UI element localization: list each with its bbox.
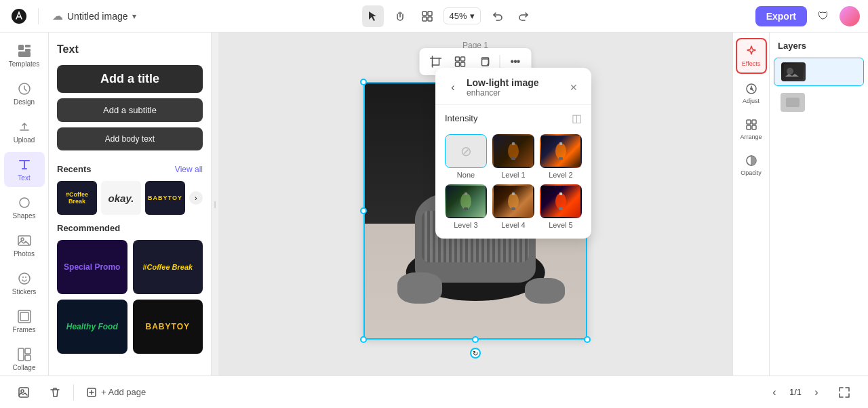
zoom-value: 45% bbox=[450, 11, 467, 21]
select-tool[interactable] bbox=[362, 5, 384, 27]
effect-level5[interactable]: Level 5 bbox=[540, 184, 582, 229]
sidebar-item-templates[interactable]: Templates bbox=[4, 38, 45, 73]
topbar-center-tools: 45% ▾ bbox=[147, 5, 750, 27]
right-tool-opacity[interactable]: Opacity bbox=[736, 148, 767, 182]
recents-next-button[interactable]: › bbox=[189, 191, 203, 205]
effect-level1-label: Level 1 bbox=[501, 171, 525, 179]
sidebar-item-shapes[interactable]: Shapes bbox=[4, 190, 45, 225]
rec-item-special-promo[interactable]: Special Promo bbox=[57, 240, 127, 294]
svg-point-13 bbox=[22, 277, 24, 278]
cat-paw-right bbox=[525, 278, 565, 304]
layers-panel: Layers bbox=[769, 33, 868, 375]
delete-button[interactable] bbox=[42, 382, 68, 403]
next-page-button[interactable]: › bbox=[807, 383, 826, 402]
effects-header: ‹ Low-light image enhancer ✕ bbox=[435, 68, 591, 105]
svg-rect-45 bbox=[747, 125, 751, 129]
sidebar-item-stickers[interactable]: Stickers bbox=[4, 266, 45, 301]
text-panel: Text Add a title Add a subtitle Add body… bbox=[49, 33, 212, 375]
hand-tool[interactable] bbox=[389, 5, 411, 27]
svg-rect-3 bbox=[422, 17, 427, 21]
handle-top-left[interactable] bbox=[360, 79, 367, 85]
right-tool-adjust[interactable]: Adjust bbox=[736, 77, 767, 110]
effect-level2-thumb bbox=[540, 134, 582, 168]
svg-point-12 bbox=[19, 273, 30, 284]
effect-level5-thumb bbox=[540, 184, 582, 218]
export-button[interactable]: Export bbox=[755, 6, 807, 26]
effect-level4-thumb bbox=[492, 184, 534, 218]
layer-item-1[interactable] bbox=[774, 58, 864, 86]
add-title-button[interactable]: Add a title bbox=[57, 65, 203, 93]
effect-level1[interactable]: Level 1 bbox=[492, 134, 534, 179]
svg-point-35 bbox=[508, 193, 519, 209]
frame-tool[interactable] bbox=[416, 5, 438, 27]
right-tool-effects[interactable]: Effects bbox=[736, 38, 767, 74]
rec-item-healthy-food[interactable]: Healthy Food bbox=[57, 300, 127, 354]
intensity-label: Intensity bbox=[445, 113, 477, 123]
panel-collapse-handle[interactable]: | bbox=[212, 33, 218, 375]
effect-level2[interactable]: Level 2 bbox=[540, 134, 582, 179]
right-tool-arrange[interactable]: Arrange bbox=[736, 113, 767, 146]
arrange-icon bbox=[745, 118, 758, 131]
photos-icon bbox=[17, 233, 32, 248]
expand-button[interactable] bbox=[831, 382, 857, 403]
rec-item-coffee-break[interactable]: #Coffee Break bbox=[133, 240, 203, 294]
effects-close-button[interactable]: ✕ bbox=[566, 79, 582, 96]
sidebar-item-upload[interactable]: Upload bbox=[4, 114, 45, 149]
sidebar-item-text[interactable]: Text bbox=[4, 152, 45, 187]
svg-rect-6 bbox=[25, 45, 31, 47]
svg-rect-17 bbox=[18, 348, 24, 361]
svg-rect-22 bbox=[461, 57, 465, 61]
thumbnail-icon bbox=[18, 386, 30, 399]
rotation-handle[interactable]: ↻ bbox=[470, 348, 481, 359]
svg-rect-5 bbox=[18, 45, 24, 50]
layer-item-2[interactable] bbox=[774, 89, 864, 116]
sidebar-item-upload-label: Upload bbox=[14, 136, 35, 144]
add-subtitle-button[interactable]: Add a subtitle bbox=[57, 98, 203, 122]
shield-button[interactable]: 🛡 bbox=[812, 5, 834, 27]
avatar[interactable] bbox=[840, 6, 860, 26]
effects-panel: ‹ Low-light image enhancer ✕ Intensity ◫… bbox=[435, 68, 591, 239]
svg-rect-30 bbox=[559, 142, 562, 145]
handle-bottom-center[interactable] bbox=[472, 336, 479, 343]
zoom-control[interactable]: 45% ▾ bbox=[443, 7, 481, 24]
view-all-button[interactable]: View all bbox=[175, 165, 203, 174]
recent-item-coffee[interactable]: #Coffee Break bbox=[57, 181, 97, 215]
svg-rect-28 bbox=[511, 157, 515, 160]
file-menu[interactable]: ☁ Untitled image ▾ bbox=[47, 7, 142, 25]
effect-level3[interactable]: Level 3 bbox=[445, 184, 487, 229]
handle-bottom-left[interactable] bbox=[360, 336, 367, 343]
cloud-icon: ☁ bbox=[52, 9, 63, 22]
svg-point-49 bbox=[787, 68, 793, 75]
effects-title: Low-light image bbox=[467, 77, 560, 88]
recent-item-okay[interactable]: okay. bbox=[101, 181, 141, 215]
recents-label: Recents bbox=[57, 164, 92, 174]
right-tools: Effects Adjust Arrange Opacity bbox=[732, 33, 769, 375]
thumbnail-button[interactable] bbox=[11, 382, 37, 403]
effect-none[interactable]: ⊘ None bbox=[445, 134, 487, 179]
effects-back-button[interactable]: ‹ bbox=[445, 79, 461, 96]
sidebar-item-frames[interactable]: Frames bbox=[4, 304, 45, 339]
logo[interactable] bbox=[8, 5, 30, 27]
add-body-button[interactable]: Add body text bbox=[57, 127, 203, 150]
bottom-bar: + Add page ‹ 1/1 › bbox=[0, 375, 868, 408]
undo-button[interactable] bbox=[486, 5, 508, 27]
redo-button[interactable] bbox=[513, 5, 535, 27]
effect-level4[interactable]: Level 4 bbox=[492, 184, 534, 229]
rec-item-babytoy-2[interactable]: BABYTOY bbox=[133, 300, 203, 354]
svg-rect-4 bbox=[428, 17, 432, 21]
recent-item-babytoy[interactable]: BABYTOY bbox=[145, 181, 185, 215]
sidebar-item-stickers-label: Stickers bbox=[12, 288, 37, 295]
svg-point-29 bbox=[555, 143, 566, 159]
sidebar-item-collage[interactable]: Collage bbox=[4, 342, 45, 375]
handle-bottom-right[interactable] bbox=[584, 336, 591, 343]
svg-rect-44 bbox=[752, 120, 756, 124]
effects-icon bbox=[745, 45, 758, 58]
svg-rect-34 bbox=[464, 207, 468, 210]
right-tool-opacity-label: Opacity bbox=[741, 169, 762, 176]
sidebar-item-collage-label: Collage bbox=[13, 364, 36, 371]
prev-page-button[interactable]: ‹ bbox=[765, 383, 784, 402]
sidebar-item-photos[interactable]: Photos bbox=[4, 228, 45, 263]
handle-middle-left[interactable] bbox=[360, 207, 367, 214]
add-page-button[interactable]: + Add page bbox=[79, 383, 153, 402]
sidebar-item-design[interactable]: Design bbox=[4, 76, 45, 111]
